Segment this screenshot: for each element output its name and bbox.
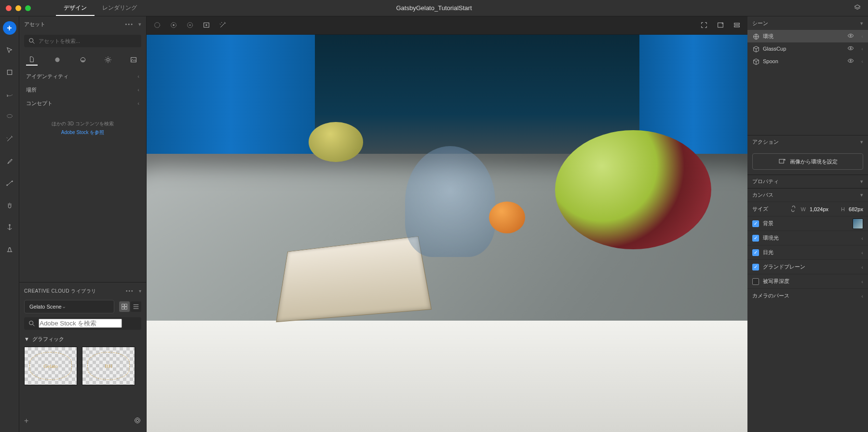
magic-icon[interactable]: [219, 21, 227, 30]
background-checkbox[interactable]: [752, 220, 759, 227]
magic-wand-tool[interactable]: [3, 132, 16, 146]
mode-tabs: デザイン レンダリング: [56, 0, 145, 16]
size-row: サイズ W 1,024px H 682px: [747, 202, 868, 216]
visibility-icon[interactable]: [847, 32, 854, 40]
learn-icon[interactable]: [854, 4, 861, 13]
viewport-toolbar: [147, 16, 747, 35]
prop-日光[interactable]: 日光‹: [747, 245, 868, 259]
search-icon: [28, 37, 36, 45]
lasso-undo-tool[interactable]: [3, 88, 16, 101]
materials-tab[interactable]: [52, 54, 63, 66]
models-tab[interactable]: [26, 54, 38, 66]
canvas-header: カンバス: [752, 191, 773, 199]
cc-collapse-icon[interactable]: ▾: [139, 288, 142, 294]
fullscreen-icon[interactable]: [700, 21, 708, 30]
eyedropper-tool[interactable]: [3, 154, 16, 168]
checkbox[interactable]: [752, 264, 759, 270]
crop-tool[interactable]: [3, 66, 16, 79]
list-view-button[interactable]: [131, 301, 141, 312]
svg-rect-22: [734, 23, 740, 25]
cc-add-icon[interactable]: +: [24, 417, 28, 425]
svg-point-14: [29, 321, 33, 324]
cc-thumb-1[interactable]: Gelato: [24, 347, 77, 385]
zoom-window[interactable]: [25, 5, 31, 11]
cc-more-icon[interactable]: •••: [126, 288, 134, 294]
background-row[interactable]: 背景: [747, 216, 868, 230]
checkbox[interactable]: [752, 278, 759, 285]
scene-item-環境[interactable]: 環境‹: [747, 30, 868, 42]
scene-item-label: Spoon: [763, 58, 778, 64]
tab-design[interactable]: デザイン: [56, 0, 95, 16]
select-circle-icon[interactable]: [153, 21, 161, 30]
images-tab[interactable]: [128, 54, 139, 66]
prop-グランドプレーン[interactable]: グランドプレーン‹: [747, 259, 868, 274]
lights-tab[interactable]: [77, 54, 89, 66]
set-env-from-image-button[interactable]: 画像から環境を設定: [752, 153, 863, 170]
checkbox[interactable]: [752, 235, 759, 242]
visibility-icon[interactable]: [847, 57, 854, 66]
accordion-identity[interactable]: アイデンティティ‹: [19, 69, 146, 83]
cc-thumb-2[interactable]: BH: [82, 347, 135, 385]
add-button[interactable]: +: [3, 21, 16, 35]
svg-rect-13: [125, 307, 127, 309]
anchor-tool[interactable]: [3, 221, 16, 234]
prop-環境光[interactable]: 環境光‹: [747, 230, 868, 245]
asset-search-input[interactable]: [39, 38, 137, 44]
viewport: [147, 16, 747, 432]
scene-item-label: GlassCup: [763, 46, 786, 52]
add-circle-icon[interactable]: [170, 21, 177, 30]
library-selected-label: Gelato Scene: [29, 304, 62, 310]
scene-item-spoon[interactable]: Spoon‹: [747, 55, 868, 68]
background-label: 背景: [763, 220, 773, 227]
collapse-icon[interactable]: ▾: [138, 21, 141, 27]
background-swatch[interactable]: [853, 218, 863, 229]
grid-view-button[interactable]: [119, 301, 130, 312]
minimize-window[interactable]: [15, 5, 21, 11]
cc-sync-icon[interactable]: [134, 417, 141, 425]
lasso-tool[interactable]: [3, 110, 16, 123]
height-value[interactable]: 682px: [849, 206, 863, 212]
render-settings-icon[interactable]: [733, 21, 741, 30]
asset-search[interactable]: [24, 35, 141, 47]
svg-point-29: [848, 59, 854, 63]
svg-point-28: [850, 48, 852, 49]
window-controls: [6, 5, 31, 11]
visibility-icon[interactable]: [847, 44, 854, 53]
cc-group-graphics[interactable]: ▼グラフィック: [24, 336, 141, 343]
more-icon[interactable]: •••: [125, 21, 134, 27]
cc-search[interactable]: [24, 317, 141, 330]
hand-tool[interactable]: [3, 199, 16, 212]
prop-被写界深度[interactable]: 被写界深度‹: [747, 274, 868, 288]
assets-header: アセット ••• ▾: [19, 16, 146, 32]
svg-rect-31: [779, 159, 784, 163]
svg-point-15: [135, 418, 140, 423]
library-select[interactable]: Gelato Scene ⌄: [24, 300, 114, 313]
cc-search-input[interactable]: [39, 319, 122, 328]
move-tool[interactable]: [3, 43, 16, 57]
camera-persp-row[interactable]: カメラのパース‹: [747, 288, 868, 303]
svg-point-17: [155, 22, 160, 27]
scene-item-glasscup[interactable]: GlassCup‹: [747, 42, 868, 55]
remove-circle-icon[interactable]: [186, 21, 194, 30]
checkbox[interactable]: [752, 249, 759, 256]
path-tool[interactable]: [3, 176, 16, 190]
cc-libraries-panel: CREATIVE CLOUD ライブラリ ••• ▾ Gelato Scene …: [19, 282, 146, 432]
canvas[interactable]: [147, 35, 747, 432]
actions-header: アクション: [752, 138, 779, 146]
svg-rect-11: [125, 304, 127, 306]
sun-tab[interactable]: [102, 54, 114, 66]
adobe-stock-link[interactable]: Adobe Stock を参照: [19, 129, 146, 136]
assets-empty-note: ほかの 3D コンテンツを検索: [19, 112, 146, 129]
asset-category-tabs: [19, 50, 146, 68]
accordion-place[interactable]: 場所‹: [19, 83, 146, 96]
tab-render[interactable]: レンダリング: [95, 0, 145, 16]
tool-strip: +: [0, 16, 19, 432]
width-value[interactable]: 1,024px: [810, 206, 828, 212]
export-icon[interactable]: [717, 21, 724, 30]
link-dims-icon[interactable]: [789, 205, 797, 214]
close-window[interactable]: [6, 5, 12, 11]
accordion-concept[interactable]: コンセプト‹: [19, 96, 146, 110]
svg-point-27: [848, 47, 854, 50]
perspective-tool[interactable]: [3, 243, 16, 256]
image-import-icon[interactable]: [203, 21, 210, 30]
